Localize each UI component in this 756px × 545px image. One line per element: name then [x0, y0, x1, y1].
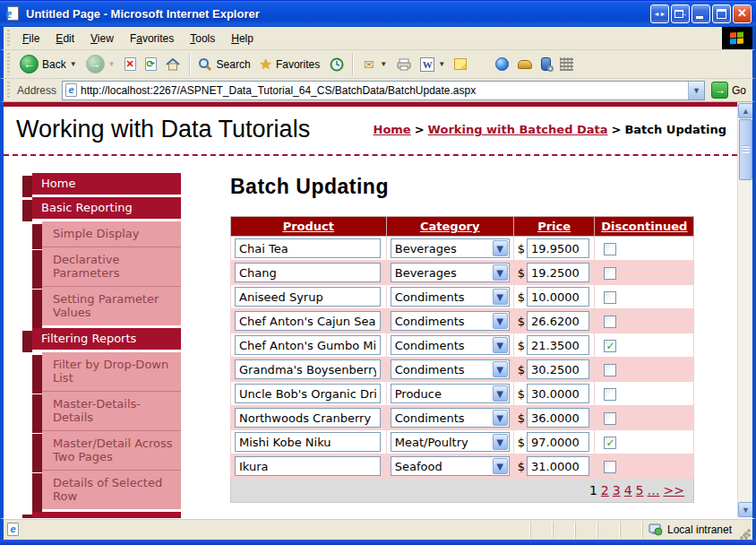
price-input[interactable] — [527, 359, 589, 379]
product-input[interactable] — [235, 408, 381, 428]
product-input[interactable] — [235, 311, 381, 331]
chevron-down-icon[interactable]: ▼ — [493, 361, 508, 377]
back-button[interactable]: ← Back ▼ — [15, 53, 82, 75]
category-select[interactable]: Seafood▼ — [391, 456, 510, 476]
chevron-down-icon[interactable]: ▼ — [493, 434, 508, 450]
sidebar-item-simple-display[interactable]: Simple Display — [42, 221, 181, 247]
scrollbar-thumb[interactable] — [739, 119, 752, 180]
product-input[interactable] — [235, 432, 381, 452]
sort-product-link[interactable]: Product — [283, 220, 334, 233]
sidebar-item-filtering-reports[interactable]: Filtering Reports — [32, 328, 181, 350]
chevron-down-icon[interactable]: ▼ — [493, 313, 508, 329]
price-input[interactable] — [527, 384, 589, 403]
discontinued-checkbox[interactable] — [604, 291, 616, 304]
addon-button-3[interactable] — [555, 56, 578, 73]
price-input[interactable] — [527, 311, 589, 331]
favorites-button[interactable]: ★ Favorites — [255, 54, 325, 74]
pager-next-link[interactable]: >> — [664, 483, 684, 497]
mail-button[interactable]: ✉ ▼ — [357, 55, 391, 74]
price-input[interactable] — [527, 456, 589, 476]
pager-page-link[interactable]: 4 — [624, 483, 632, 497]
discontinued-checkbox[interactable]: ✓ — [604, 340, 616, 352]
chevron-down-icon[interactable]: ▼ — [493, 337, 508, 353]
discontinued-checkbox[interactable] — [604, 388, 616, 401]
chevron-down-icon[interactable]: ▼ — [493, 410, 508, 426]
discontinued-checkbox[interactable]: ✓ — [604, 437, 616, 449]
product-input[interactable] — [235, 287, 381, 307]
category-select[interactable]: Condiments▼ — [391, 311, 510, 331]
go-button[interactable]: → Go — [709, 81, 750, 99]
chevron-down-icon[interactable]: ▼ — [493, 240, 508, 256]
discontinued-checkbox[interactable] — [604, 461, 616, 473]
discontinued-checkbox[interactable] — [604, 316, 616, 328]
toolbar-grip[interactable] — [5, 53, 13, 75]
category-select[interactable]: Beverages▼ — [391, 238, 510, 258]
address-dropdown-button[interactable]: ▼ — [688, 82, 704, 99]
menu-edit[interactable]: Edit — [48, 30, 82, 48]
discontinued-checkbox[interactable] — [604, 267, 616, 280]
pager-page-link[interactable]: 5 — [636, 483, 644, 497]
messenger-button[interactable] — [491, 56, 513, 73]
breadcrumb-link-home[interactable]: Home — [374, 123, 411, 136]
toolbar-grip[interactable] — [5, 82, 13, 99]
close-button[interactable]: ✕ — [733, 4, 752, 23]
sidebar-item-partial[interactable] — [32, 512, 181, 518]
vertical-scrollbar[interactable]: ▲ ▼ — [737, 102, 752, 518]
edit-dropdown-icon[interactable]: ▼ — [438, 60, 445, 68]
forward-button[interactable]: → ▼ — [82, 53, 120, 75]
price-input[interactable] — [527, 432, 589, 452]
discontinued-checkbox[interactable] — [604, 243, 616, 255]
discontinued-checkbox[interactable] — [604, 364, 616, 376]
breadcrumb-link-section[interactable]: Working with Batched Data — [428, 123, 608, 136]
category-select[interactable]: Condiments▼ — [391, 359, 510, 379]
maximize-button[interactable] — [712, 4, 731, 23]
forward-dropdown-icon[interactable]: ▼ — [108, 60, 116, 68]
sidebar-item-setting-parameter-values[interactable]: Setting Parameter Values — [42, 286, 181, 325]
search-button[interactable]: Search — [193, 55, 255, 74]
product-input[interactable] — [235, 384, 381, 403]
chevron-down-icon[interactable]: ▼ — [493, 289, 508, 305]
sidebar-item-master-details-details[interactable]: Master-Details-Details — [42, 391, 181, 430]
menu-favorites[interactable]: Favorites — [123, 30, 181, 48]
addon-popout-button[interactable]: → — [671, 4, 690, 23]
category-select[interactable]: Condiments▼ — [391, 287, 510, 307]
addon-button-1[interactable] — [513, 58, 537, 71]
minimize-button[interactable] — [692, 4, 710, 23]
menu-help[interactable]: Help — [224, 30, 261, 48]
sort-category-link[interactable]: Category — [420, 220, 479, 233]
product-input[interactable] — [235, 335, 381, 355]
sidebar-item-basic-reporting[interactable]: Basic Reporting — [32, 197, 181, 219]
price-input[interactable] — [527, 238, 589, 258]
addon-arrows-button[interactable]: ◄► — [650, 4, 669, 23]
category-select[interactable]: Condiments▼ — [391, 408, 510, 428]
price-input[interactable] — [527, 287, 589, 307]
sidebar-item-filter-by-drop-down-list[interactable]: Filter by Drop-Down List — [42, 352, 181, 391]
pager-page-link[interactable]: 3 — [613, 483, 621, 497]
product-input[interactable] — [235, 263, 381, 282]
refresh-button[interactable]: ⟳ — [141, 56, 161, 73]
mail-dropdown-icon[interactable]: ▼ — [380, 60, 387, 68]
print-button[interactable] — [391, 55, 416, 74]
edit-with-word-button[interactable]: W ▼ — [416, 56, 450, 74]
product-input[interactable] — [235, 359, 381, 379]
menu-tools[interactable]: Tools — [183, 30, 222, 48]
chevron-down-icon[interactable]: ▼ — [493, 264, 508, 281]
category-select[interactable]: Beverages▼ — [391, 263, 510, 282]
address-input[interactable] — [81, 84, 688, 97]
product-input[interactable] — [235, 238, 381, 258]
price-input[interactable] — [527, 263, 589, 282]
category-select[interactable]: Meat/Poultry▼ — [391, 432, 510, 452]
scroll-up-button[interactable]: ▲ — [738, 103, 753, 118]
sort-discontinued-link[interactable]: Discontinued — [601, 220, 687, 233]
menu-view[interactable]: View — [83, 30, 121, 48]
scroll-down-button[interactable]: ▼ — [738, 502, 753, 517]
resize-grip[interactable] — [739, 528, 751, 540]
chevron-down-icon[interactable]: ▼ — [493, 385, 508, 402]
discontinued-checkbox[interactable] — [604, 412, 616, 425]
sort-price-link[interactable]: Price — [537, 220, 571, 233]
menu-file[interactable]: File — [15, 30, 47, 48]
sidebar-item-master-detail-across-two-pages[interactable]: Master/Detail Across Two Pages — [42, 430, 181, 470]
category-select[interactable]: Produce▼ — [391, 384, 510, 403]
history-button[interactable] — [324, 55, 348, 74]
product-input[interactable] — [235, 456, 381, 476]
